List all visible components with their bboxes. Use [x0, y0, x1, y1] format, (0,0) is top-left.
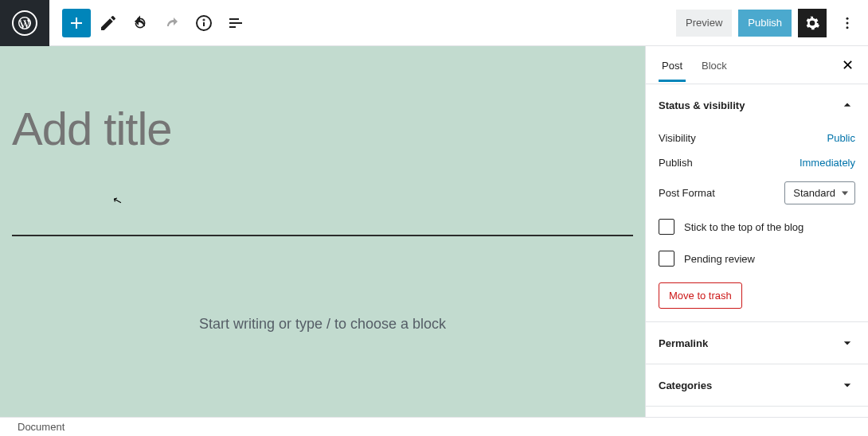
pending-review-checkbox[interactable]: [659, 251, 674, 267]
panel-categories: Categories: [646, 364, 868, 407]
redo-icon: [162, 14, 182, 33]
chevron-up-icon: [839, 97, 855, 113]
svg-point-4: [846, 21, 849, 24]
settings-sidebar: Post Block ✕ Status & visibility Visibil…: [645, 46, 868, 417]
plus-icon: [67, 14, 86, 33]
chevron-down-icon: [839, 335, 855, 351]
panel-heading: Permalink: [659, 337, 708, 349]
editor-app: Preview Publish ↖ Start writing or type …: [0, 0, 868, 436]
info-button[interactable]: [190, 9, 218, 37]
move-to-trash-button[interactable]: Move to trash: [659, 282, 742, 309]
undo-icon: [131, 14, 150, 33]
post-format-select[interactable]: Standard: [784, 181, 855, 204]
visibility-label: Visibility: [659, 132, 696, 144]
panel-toggle-categories[interactable]: Categories: [646, 364, 868, 406]
sticky-label: Stick to the top of the blog: [684, 221, 803, 233]
sidebar-tabs: Post Block ✕: [646, 46, 868, 84]
footer-breadcrumb[interactable]: Document: [0, 417, 868, 436]
settings-button[interactable]: [798, 9, 827, 37]
post-title-input[interactable]: [12, 102, 633, 155]
add-block-button[interactable]: [62, 9, 91, 37]
undo-button[interactable]: [126, 9, 154, 37]
separator-block[interactable]: [12, 235, 633, 236]
top-toolbar: Preview Publish: [0, 0, 868, 46]
info-icon: [194, 14, 213, 33]
mouse-cursor-icon: ↖: [111, 193, 124, 208]
block-appender-prompt[interactable]: Start writing or type / to choose a bloc…: [100, 316, 545, 333]
panel-permalink: Permalink: [646, 322, 868, 364]
panel-heading: Categories: [659, 380, 712, 391]
tab-post[interactable]: Post: [652, 49, 692, 81]
panel-heading: Status & visibility: [659, 99, 745, 111]
svg-point-3: [846, 17, 849, 19]
panel-toggle-permalink[interactable]: Permalink: [646, 322, 868, 364]
gear-icon: [804, 15, 820, 31]
wp-logo-button[interactable]: [0, 0, 49, 46]
publish-date-button[interactable]: Immediately: [800, 157, 855, 169]
preview-button[interactable]: Preview: [676, 10, 732, 37]
sticky-checkbox[interactable]: [659, 219, 674, 235]
svg-point-2: [204, 19, 205, 20]
outline-button[interactable]: [221, 9, 250, 37]
breadcrumb-document: Document: [18, 421, 65, 433]
toolbar-right: Preview Publish: [676, 9, 868, 37]
pending-review-label: Pending review: [684, 253, 755, 265]
edit-tool-button[interactable]: [94, 9, 123, 37]
panel-toggle-status[interactable]: Status & visibility: [646, 84, 868, 126]
editor-canvas[interactable]: ↖ Start writing or type / to choose a bl…: [0, 46, 645, 417]
publish-button[interactable]: Publish: [738, 10, 792, 37]
chevron-down-icon: [839, 377, 855, 393]
dots-vertical-icon: [839, 15, 855, 31]
visibility-value-button[interactable]: Public: [827, 132, 855, 144]
list-icon: [226, 14, 245, 33]
tab-block[interactable]: Block: [692, 49, 737, 81]
publish-date-label: Publish: [659, 157, 693, 169]
close-icon: ✕: [842, 56, 854, 74]
pencil-icon: [99, 14, 118, 33]
wordpress-logo-icon: [12, 10, 37, 36]
svg-point-5: [846, 26, 849, 29]
more-options-button[interactable]: [833, 9, 862, 37]
editor-body: ↖ Start writing or type / to choose a bl…: [0, 46, 868, 417]
toolbar-left: [49, 9, 250, 37]
close-sidebar-button[interactable]: ✕: [833, 51, 862, 80]
post-format-label: Post Format: [659, 187, 715, 199]
redo-button[interactable]: [158, 9, 186, 37]
panel-status-visibility: Status & visibility Visibility Public Pu…: [646, 84, 868, 322]
